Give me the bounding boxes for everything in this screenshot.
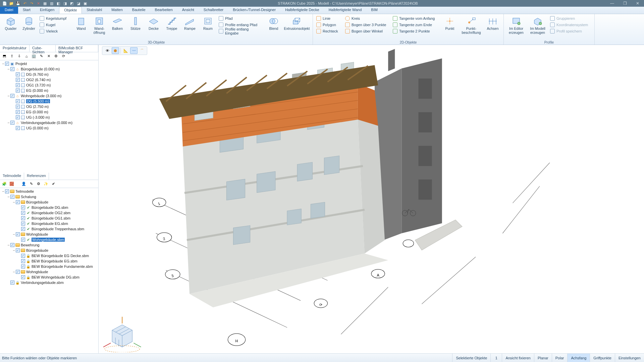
tree-checkbox[interactable]: ✓ <box>16 115 20 119</box>
tree-twisty-icon[interactable]: − <box>7 94 10 98</box>
menu-tab-halbfertigteile decke[interactable]: Halbfertigteile Decke <box>280 7 324 14</box>
tree-checkbox[interactable]: ✓ <box>10 243 14 247</box>
tree-item[interactable]: ✓✔Bürogebäude EG.sbm <box>0 221 98 226</box>
tree-checkbox[interactable]: ✓ <box>10 281 14 285</box>
qat-btn-icon[interactable]: ◧ <box>56 1 61 6</box>
tree-item[interactable]: −✓Teilmodelle <box>0 189 98 194</box>
tree-checkbox[interactable]: ✓ <box>16 83 20 87</box>
tree-twisty-icon[interactable]: − <box>7 243 10 247</box>
tree-checkbox[interactable]: ✓ <box>21 216 25 220</box>
tree-tool-icon[interactable]: ⚙ <box>36 181 42 187</box>
qat-open-icon[interactable]: 📁 <box>9 1 14 6</box>
qat-btn-icon[interactable]: ▣ <box>83 1 88 6</box>
ribbon-punktbeschriftung[interactable]: Punkt- beschriftung <box>459 15 483 36</box>
tree-tool-icon[interactable]: 🧩 <box>1 181 7 187</box>
tree-checkbox[interactable]: ✓ <box>10 195 14 199</box>
status-achsfang[interactable]: Achsfang <box>567 354 590 362</box>
minimize-button[interactable]: — <box>606 0 619 7</box>
status-polar[interactable]: Polar <box>552 354 568 362</box>
tree-checkbox[interactable]: ✓ <box>16 78 20 82</box>
qat-close-icon[interactable]: ✕ <box>36 1 41 6</box>
ribbon-profile-eingabe[interactable]: Profile entlang Eingabe <box>217 28 264 34</box>
tree-item[interactable]: −✓Bürogebäude <box>0 248 98 253</box>
ribbon-vieleck[interactable]: Vieleck <box>38 28 72 34</box>
tab-projektstruktur[interactable]: Projektstruktur <box>0 45 30 52</box>
tree-item[interactable]: −✓Wohngbäude <box>0 232 98 237</box>
tree-twisty-icon[interactable]: − <box>7 67 10 71</box>
status-fix-view[interactable]: Ansicht fixieren <box>502 354 534 362</box>
menu-tab-bim[interactable]: BIM <box>366 7 382 14</box>
ribbon-modell-erzeugen[interactable]: Im Modell erzeugen <box>527 15 548 36</box>
tree-item[interactable]: ✓✔Bürogebäude Treppenhaus.sbm <box>0 226 98 232</box>
tab-referenzen[interactable]: Referenzen <box>24 173 49 180</box>
tree-checkbox[interactable]: ✓ <box>16 270 20 274</box>
qat-save-icon[interactable]: 💾 <box>15 1 21 6</box>
tree-checkbox[interactable]: ✓ <box>16 105 20 109</box>
close-button[interactable]: ✕ <box>631 0 644 7</box>
ribbon-bogen3[interactable]: Bogen über 3 Punkte <box>344 22 391 28</box>
tree-item[interactable]: ✓EG (0.000 m) <box>0 109 98 115</box>
tree-item[interactable]: −✓Bewehrung <box>0 242 98 248</box>
tree-twisty-icon[interactable]: − <box>12 248 16 252</box>
tree-item[interactable]: ✓🔒BEW Bürogebäude EG Decke.sbm <box>0 253 98 258</box>
ribbon-zylinder[interactable]: Zylinder <box>20 15 38 32</box>
menu-tab-bearbeiten[interactable]: Bearbeiten <box>150 7 177 14</box>
tree-checkbox[interactable]: ✓ <box>16 72 20 76</box>
menu-tab-start[interactable]: Start <box>18 7 35 14</box>
tree-twisty-icon[interactable]: − <box>1 62 5 66</box>
tree-checkbox[interactable]: ✓ <box>21 238 25 242</box>
menu-tab-stabstahl[interactable]: Stabstahl <box>82 7 107 14</box>
tree-item[interactable]: −✓⌂Verbindungsgebäude (0.000 m) <box>0 120 98 125</box>
ribbon-tang-ende[interactable]: Tangente zum Ende <box>391 22 440 28</box>
qat-btn-icon[interactable]: ◩ <box>69 1 74 6</box>
ribbon-blend[interactable]: Blend <box>265 15 282 32</box>
tree-checkbox[interactable]: ✓ <box>21 227 25 231</box>
tree-checkbox[interactable]: ✓ <box>10 94 14 98</box>
tree-checkbox[interactable]: ✓ <box>16 126 20 130</box>
qat-new-icon[interactable]: 📄 <box>2 1 7 6</box>
qat-btn-icon[interactable]: ◪ <box>76 1 81 6</box>
menu-tab-objekte[interactable]: Objekte <box>59 7 82 14</box>
tree-twisty-icon[interactable]: − <box>7 121 10 125</box>
ribbon-kreis[interactable]: Kreis <box>344 15 391 21</box>
tree-tool-icon[interactable]: ⟳ <box>60 53 66 59</box>
tree-item[interactable]: ✓UG (0.000 m) <box>0 125 98 131</box>
menu-tab-brücken-/tunnel-designer[interactable]: Brücken-/Tunnel-Designer <box>228 7 280 14</box>
ribbon-quader[interactable]: Quader <box>2 15 19 32</box>
status-griffpunkte[interactable]: Griffpunkte <box>590 354 615 362</box>
tree-checkbox[interactable]: ✓ <box>21 254 25 258</box>
qat-btn-icon[interactable]: ◨ <box>62 1 68 6</box>
tree-item[interactable]: −✓⌂Bürogebäude (0.000 m) <box>0 66 98 72</box>
tree-tool-icon[interactable]: ✔ <box>50 181 56 187</box>
tree-tool-icon[interactable]: ✎ <box>28 181 34 187</box>
tree-item[interactable]: −✓Bürogebäude <box>0 199 98 205</box>
ribbon-tang-anfang[interactable]: Tangente vom Anfang <box>391 15 440 21</box>
menu-tab-bauteile[interactable]: Bauteile <box>127 7 150 14</box>
tree-checkbox[interactable]: ✓ <box>5 62 9 66</box>
tree-item[interactable]: ✓DG (5.500 m) <box>0 99 98 104</box>
tree-checkbox[interactable]: ✓ <box>21 275 25 279</box>
menu-tab-einfügen[interactable]: Einfügen <box>35 7 59 14</box>
ribbon-editor-erzeugen[interactable]: Im Editor erzeugen <box>506 15 527 36</box>
tree-twisty-icon[interactable]: − <box>12 232 16 236</box>
tree-item[interactable]: ✓OG2 (6.740 m) <box>0 77 98 82</box>
tree-item[interactable]: ✓🔒BEW Bürogebäude Fundamente.sbm <box>0 264 98 269</box>
ribbon-kegelstumpf[interactable]: Kegelstumpf <box>38 15 72 21</box>
tree-checkbox[interactable]: ✓ <box>10 121 14 125</box>
tree-item[interactable]: ✓🔒Verbindungsgebäude.sbm <box>0 280 98 285</box>
tree-twisty-icon[interactable]: − <box>1 189 5 193</box>
tree-checkbox[interactable]: ✓ <box>21 264 25 268</box>
tree-tool-icon[interactable]: 👤 <box>21 181 27 187</box>
tree-checkbox[interactable]: ✓ <box>21 259 25 263</box>
tree-tool-icon[interactable]: ✕ <box>46 53 52 59</box>
tree-tool-icon[interactable]: ⌂ <box>23 53 30 59</box>
tree-checkbox[interactable]: ✓ <box>16 88 20 93</box>
tree-tool-icon[interactable]: ✨ <box>43 181 49 187</box>
tree-checkbox[interactable]: ✓ <box>16 110 20 114</box>
tree-checkbox[interactable]: ✓ <box>16 99 20 103</box>
tree-checkbox[interactable]: ✓ <box>16 248 20 252</box>
ribbon-raum[interactable]: Raum <box>199 15 217 32</box>
tree-tool-icon[interactable]: ⇩ <box>16 53 22 59</box>
tree-tool-icon[interactable]: ⬒ <box>1 53 7 59</box>
tree-item[interactable]: ✓✔Bürogebäude OG1.sbm <box>0 216 98 221</box>
